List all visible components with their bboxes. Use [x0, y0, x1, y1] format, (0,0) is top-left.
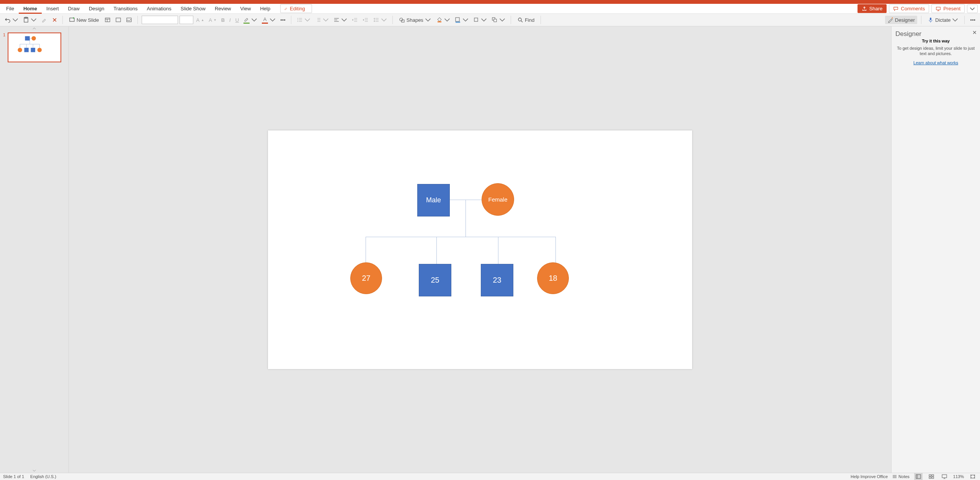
line-spacing-button[interactable] — [372, 16, 389, 24]
present-button[interactable]: Present — [931, 4, 965, 13]
tab-review[interactable]: Review — [210, 4, 236, 14]
view-sorter-button[interactable] — [927, 473, 936, 480]
thumb-scroll-down[interactable] — [0, 469, 69, 473]
tab-animations[interactable]: Animations — [142, 4, 176, 14]
tab-design[interactable]: Design — [84, 4, 109, 14]
align-button[interactable] — [332, 16, 349, 24]
reset-button[interactable] — [114, 16, 123, 24]
connector — [498, 237, 498, 264]
chevron-down-icon — [425, 17, 431, 23]
chevron-down-icon — [952, 17, 958, 23]
tab-insert[interactable]: Insert — [42, 4, 64, 14]
highlight-button[interactable] — [242, 15, 259, 25]
image-icon — [126, 17, 132, 23]
tab-slideshow[interactable]: Slide Show — [176, 4, 210, 14]
svg-rect-32 — [929, 475, 931, 476]
svg-point-7 — [297, 18, 298, 19]
font-family-input[interactable] — [142, 16, 178, 24]
shape-female[interactable]: Female — [482, 183, 514, 216]
shape-child1-label: 27 — [362, 274, 370, 283]
shapes-button[interactable]: Shapes — [397, 16, 433, 24]
shape-male[interactable]: Male — [417, 184, 450, 216]
font-size-input[interactable] — [180, 16, 193, 24]
highlight-icon — [243, 16, 250, 22]
numbering-icon — [315, 17, 321, 23]
shape-effects-button[interactable] — [472, 16, 488, 24]
dictate-button[interactable]: Dictate — [925, 16, 960, 24]
numbering-button[interactable] — [314, 16, 330, 24]
increase-font-button[interactable]: A▲ — [195, 16, 206, 24]
increase-indent-button[interactable] — [361, 16, 370, 24]
bullets-button[interactable] — [295, 16, 312, 24]
more-commands-button[interactable]: ••• — [969, 16, 977, 24]
reset-icon — [115, 17, 121, 23]
view-slideshow-button[interactable] — [940, 473, 949, 480]
delete-button[interactable]: ✕ — [51, 15, 59, 25]
sorter-view-icon — [929, 474, 934, 479]
help-improve-link[interactable]: Help Improve Office — [851, 474, 888, 479]
undo-button[interactable] — [3, 16, 20, 24]
connector — [366, 237, 366, 264]
comments-button[interactable]: Comments — [889, 4, 929, 13]
decrease-indent-button[interactable] — [350, 16, 359, 24]
tab-help[interactable]: Help — [255, 4, 275, 14]
connector — [555, 237, 556, 264]
shape-fill-button[interactable] — [435, 16, 452, 24]
shape-male-label: Male — [426, 196, 441, 204]
shape-child-1[interactable]: 27 — [350, 262, 382, 294]
tab-file[interactable]: File — [2, 4, 19, 14]
designer-button[interactable]: Designer — [885, 16, 917, 24]
designer-close-button[interactable]: ✕ — [972, 29, 977, 36]
chevron-down-icon — [251, 17, 257, 23]
fit-to-window-button[interactable] — [969, 473, 977, 480]
svg-point-26 — [32, 36, 36, 41]
svg-point-8 — [297, 20, 298, 20]
thumb-scroll-up[interactable] — [0, 26, 69, 31]
slide-1[interactable]: Male Female 27 25 23 18 — [268, 130, 692, 369]
present-dropdown[interactable] — [967, 5, 978, 13]
format-painter-button[interactable] — [40, 16, 49, 24]
bold-button[interactable]: B — [220, 16, 226, 24]
view-normal-button[interactable] — [914, 473, 923, 480]
chevron-down-icon — [307, 7, 308, 10]
notes-button[interactable]: Notes — [892, 474, 910, 479]
tab-view[interactable]: View — [236, 4, 256, 14]
editing-mode-button[interactable]: Editing — [280, 4, 312, 13]
status-language[interactable]: English (U.S.) — [30, 474, 56, 479]
new-slide-icon — [69, 17, 75, 23]
find-button[interactable]: Find — [515, 16, 537, 24]
tab-draw[interactable]: Draw — [64, 4, 84, 14]
shape-child-4[interactable]: 18 — [537, 262, 569, 294]
svg-rect-25 — [25, 36, 29, 41]
svg-rect-31 — [916, 475, 921, 478]
shape-child-3[interactable]: 23 — [481, 264, 513, 296]
slide-canvas-area[interactable]: Male Female 27 25 23 18 — [69, 26, 891, 473]
svg-rect-17 — [930, 18, 931, 20]
share-button[interactable]: Share — [858, 4, 887, 13]
shapes-icon — [399, 17, 405, 23]
chevron-down-icon — [31, 17, 37, 23]
paste-button[interactable] — [21, 16, 38, 24]
new-slide-label: New Slide — [77, 17, 99, 23]
tab-home[interactable]: Home — [19, 4, 42, 14]
shape-child-2[interactable]: 25 — [419, 264, 451, 296]
underline-button[interactable]: U — [234, 16, 240, 24]
arrange-button[interactable] — [490, 16, 507, 24]
font-color-button[interactable]: A — [260, 15, 277, 25]
designer-learn-link[interactable]: Learn about what works — [895, 60, 976, 65]
svg-rect-36 — [942, 475, 947, 478]
svg-point-30 — [38, 48, 42, 52]
microphone-icon — [928, 17, 934, 23]
more-font-button[interactable]: ••• — [279, 16, 287, 24]
shape-outline-button[interactable] — [453, 16, 470, 24]
zoom-level[interactable]: 113% — [953, 474, 964, 479]
slide-thumbnail-1[interactable] — [8, 33, 61, 62]
tab-transitions[interactable]: Transitions — [109, 4, 142, 14]
decrease-font-button[interactable]: A▼ — [207, 16, 218, 24]
italic-button[interactable]: I — [228, 16, 232, 24]
designer-heading: Try it this way — [895, 39, 976, 43]
hide-slide-button[interactable] — [124, 16, 134, 24]
new-slide-button[interactable]: New Slide — [67, 16, 101, 24]
shape-child2-label: 25 — [431, 276, 439, 285]
layout-button[interactable] — [103, 16, 112, 24]
